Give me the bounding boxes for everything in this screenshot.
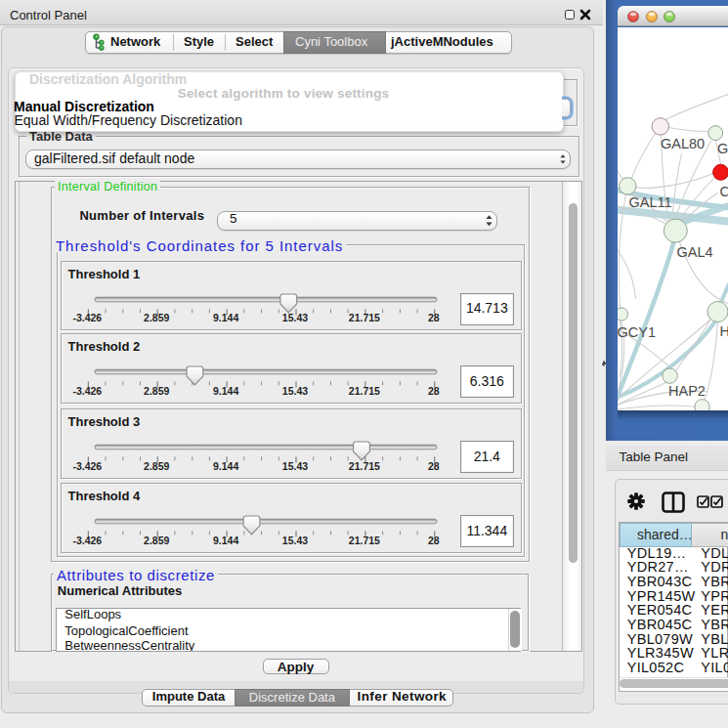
svg-text:GAL4: GAL4 <box>676 243 712 259</box>
svg-text:GCY1: GCY1 <box>618 324 656 340</box>
svg-text:HAP2: HAP2 <box>668 383 706 399</box>
svg-text:C: C <box>719 183 728 198</box>
svg-text:GAL11: GAL11 <box>628 193 671 209</box>
svg-text:H: H <box>719 322 728 338</box>
svg-text:GAL80: GAL80 <box>661 135 705 150</box>
svg-text:GA: GA <box>717 140 728 155</box>
